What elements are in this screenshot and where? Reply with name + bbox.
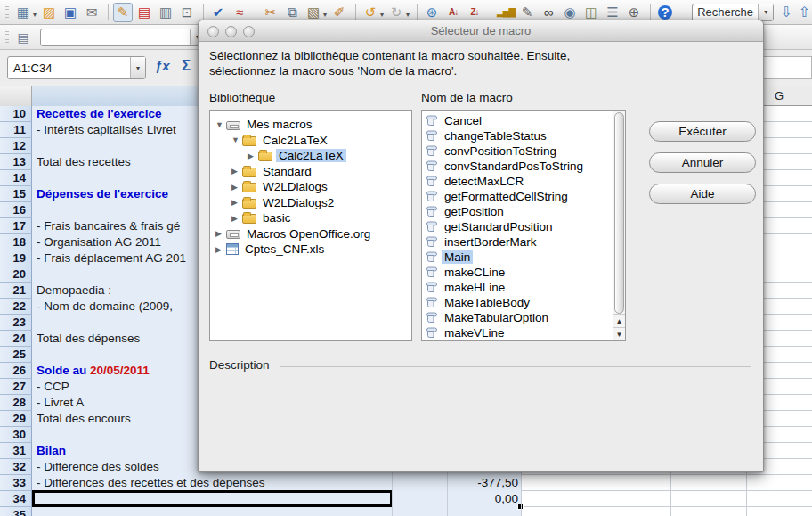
execute-button[interactable]: Exécuter [649,121,756,142]
toolbar-grip[interactable] [5,4,9,21]
macro-list-item[interactable]: MakeTabularOption [422,310,625,325]
tree-item[interactable]: ▼Mes macros [210,117,411,133]
secondary-toolbar-combo[interactable]: ▾ [40,29,206,46]
search-dropdown-button[interactable]: ▾ [758,4,773,20]
macro-list-item[interactable]: getFormattedCellString [422,189,625,204]
dialog-titlebar[interactable]: Sélecteur de macro [199,20,763,42]
row-header-29[interactable]: 29 [0,411,32,427]
row-header-12[interactable]: 12 [0,138,32,154]
description-divider [280,366,751,367]
zoom-button[interactable] [243,26,255,37]
sum-icon[interactable]: Σ [182,57,191,75]
tree-item[interactable]: ▶Standard [210,164,411,180]
redo-icon-dropdown[interactable]: ▾ [406,11,410,19]
row-header-14[interactable]: 14 [0,170,32,186]
scroll-down-button[interactable]: ▼ [613,327,625,340]
active-cell-cursor[interactable] [32,490,393,507]
scroll-up-button[interactable]: ▲ [613,314,625,327]
name-box[interactable]: A1:C34 ▾ [7,56,146,79]
disclosure-triangle-icon[interactable]: ▶ [248,152,258,160]
row-header-25[interactable]: 25 [0,347,32,363]
macro-script-icon [426,160,438,172]
macro-list-item[interactable]: convPositionToString [422,143,625,159]
row-header-31[interactable]: 31 [0,443,32,459]
disclosure-triangle-icon[interactable]: ▶ [231,214,242,223]
disclosure-triangle-icon[interactable]: ▶ [215,245,226,254]
pin-note-icon[interactable]: ▤ [13,28,33,47]
macro-list-item[interactable]: changeTableStatus [422,128,625,143]
find-previous-icon[interactable]: ⇧ [799,4,810,20]
tree-item[interactable]: ▼Calc2LaTeX [210,133,411,149]
redo-icon: ↻ [391,5,402,19]
new-spreadsheet-icon-button[interactable]: ▦ [13,3,33,22]
macro-list-item[interactable]: makeVLine [422,325,625,340]
row-header-28[interactable]: 28 [0,395,32,411]
search-input[interactable]: Recherche ▾ [692,4,774,21]
macro-list-item[interactable]: makeCLine [422,265,625,280]
tree-item[interactable]: ▶Cptes_CNF.xls [210,242,411,258]
macro-list-scrollbar[interactable]: ▲ ▼ [613,111,625,340]
row-header-10[interactable]: 10 [0,106,32,122]
disclosure-triangle-icon[interactable]: ▶ [231,198,242,207]
macro-list-item[interactable]: detectMaxLCR [422,174,625,189]
save-icon-button[interactable]: ▣ [61,3,80,22]
toolbar-grip[interactable] [5,29,9,46]
open-icon-button[interactable]: ▨ [39,3,59,22]
tree-item[interactable]: ▶W2LDialogs2 [210,195,411,211]
find-next-icon[interactable]: ⇩ [780,4,792,20]
undo-icon-dropdown[interactable]: ▾ [380,11,384,19]
function-wizard-icon[interactable]: ƒx [155,58,170,73]
row-header-11[interactable]: 11 [0,122,32,138]
tree-item[interactable]: ▶Calc2LaTeX [210,148,411,164]
name-box-dropdown-button[interactable]: ▾ [130,57,145,78]
row-header-15[interactable]: 15 [0,186,32,202]
edit-file-icon-button[interactable]: ✎ [113,3,133,22]
row-header-26[interactable]: 26 [0,363,32,379]
tree-item[interactable]: ▶Macros OpenOffice.org [210,226,411,242]
disclosure-triangle-icon[interactable]: ▶ [231,183,242,192]
row-header-27[interactable]: 27 [0,379,32,395]
macro-list-item[interactable]: convStandardPosToString [422,159,625,174]
row-header-34[interactable]: 34 [0,491,32,507]
disclosure-triangle-icon[interactable]: ▶ [231,167,242,176]
macro-list-item[interactable]: Main [422,250,625,265]
email-icon-button[interactable]: ✉ [82,3,102,22]
export-pdf-icon-button[interactable]: ▤ [134,3,154,22]
tree-item-label: W2LDialogs2 [260,196,337,209]
macro-list-item[interactable]: Cancel [422,113,625,128]
row-header-19[interactable]: 19 [0,250,32,266]
row-header-17[interactable]: 17 [0,218,32,234]
row-header-35[interactable]: 35 [0,507,32,516]
macro-list-item[interactable]: makeHLine [422,280,625,295]
row-header-23[interactable]: 23 [0,315,32,331]
disclosure-triangle-icon[interactable]: ▼ [215,120,226,129]
scrollbar-thumb[interactable] [614,112,624,314]
paste-icon-dropdown[interactable]: ▾ [323,11,327,19]
minimize-button[interactable] [225,26,237,37]
help-button[interactable]: Aide [649,184,756,204]
row-header-33[interactable]: 33 [0,475,32,491]
page-preview-icon-button[interactable]: ⊡ [177,3,197,22]
macro-list-item[interactable]: getStandardPosition [422,219,625,234]
row-header-32[interactable]: 32 [0,459,32,475]
macro-list-item[interactable]: getPosition [422,204,625,219]
row-header-30[interactable]: 30 [0,427,32,443]
tree-item[interactable]: ▶W2LDialogs [210,179,411,195]
row-header-20[interactable]: 20 [0,266,32,283]
new-spreadsheet-icon-dropdown[interactable]: ▾ [33,11,37,19]
row-header-16[interactable]: 16 [0,202,32,218]
tree-item[interactable]: ▶basic [210,210,411,226]
row-header-24[interactable]: 24 [0,331,32,347]
disclosure-triangle-icon[interactable]: ▼ [231,135,242,144]
row-header-21[interactable]: 21 [0,283,32,299]
disclosure-triangle-icon[interactable]: ▶ [215,229,226,238]
row-header-13[interactable]: 13 [0,154,32,170]
select-all-corner[interactable] [0,86,32,106]
row-header-18[interactable]: 18 [0,234,32,250]
print-icon-button[interactable]: ▥ [156,3,175,22]
macro-list-item[interactable]: insertBorderMark [422,234,625,250]
close-button[interactable] [207,26,219,37]
row-header-22[interactable]: 22 [0,299,32,315]
macro-list-item[interactable]: MakeTableBody [422,295,625,310]
cancel-button[interactable]: Annuler [649,152,756,173]
